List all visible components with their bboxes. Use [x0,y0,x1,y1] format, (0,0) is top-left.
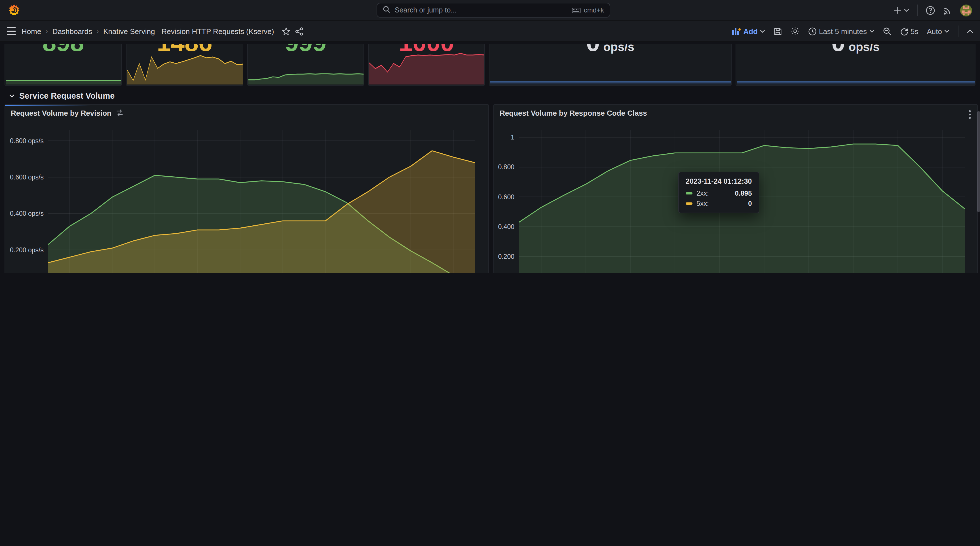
y-tick-label: 0.200 [498,253,514,260]
stat-panel[interactable]: 898 [5,44,122,86]
stat-sparkline [248,70,364,84]
time-range-picker[interactable]: Last 5 minutes [808,27,874,35]
collapse-header-button[interactable] [967,29,973,33]
chart-svg: 0 ops/s0.200 ops/s0.400 ops/s0.600 ops/s… [5,121,479,273]
save-dashboard-button[interactable] [773,27,782,35]
tooltip-row: 5xx: 0 [686,200,752,208]
y-tick-label: 0.200 ops/s [10,246,44,254]
chevron-down-icon [760,30,765,33]
page-scrollbar-thumb[interactable] [977,111,980,212]
search-placeholder: Search or jump to... [395,6,567,14]
y-tick-label: 0.800 ops/s [10,137,44,144]
y-tick-label: 0.400 [498,223,514,230]
chevron-down-icon [904,8,909,12]
favorite-star-button[interactable] [282,27,290,35]
breadcrumb-separator: › [46,28,48,35]
zoom-out-button[interactable] [883,27,891,35]
series-color-dash [686,202,692,205]
series-color-dash [686,192,692,194]
stat-panel[interactable]: 0 ops/s [735,44,975,86]
stat-value: 898 [5,44,121,55]
hamburger-icon [7,27,16,35]
topbar-actions [894,4,972,16]
y-tick-label: 0.600 [498,193,514,201]
stat-panels-row: 898148699910000 ops/s0 ops/s [5,44,975,86]
panel-loading-bar [5,105,90,106]
save-icon [773,27,782,35]
shortcut-hint: cmd+k [572,6,604,14]
chevron-down-icon [869,30,874,33]
request-volume-row: Request Volume by Revision 0 ops/s0.200 … [5,104,975,273]
stat-panel[interactable]: 1000 [368,44,485,86]
refresh-button[interactable]: 5s [900,27,918,35]
add-panel-icon [732,27,741,35]
breadcrumb-separator: › [97,28,99,35]
chevron-up-icon [967,29,973,33]
y-tick-label: 0.400 ops/s [10,210,44,217]
stat-value: 999 [248,44,364,55]
stat-unit: ops/s [600,44,634,53]
divider [917,5,918,16]
chevron-down-icon [944,30,950,33]
y-tick-label: 1 [511,133,514,141]
y-tick-label: 0.600 ops/s [10,173,44,181]
zoom-out-icon [883,27,891,35]
kebab-menu-icon [969,110,971,119]
keyboard-icon [572,7,581,13]
dashboard-settings-button[interactable] [791,27,800,36]
transformations-icon [116,109,124,117]
panel-title[interactable]: Request Volume by Revision [11,109,111,117]
stat-sparkline [6,76,122,84]
panel-request-volume-by-revision: Request Volume by Revision 0 ops/s0.200 … [5,104,489,273]
clock-icon [808,27,817,35]
request-volume-by-revision-chart[interactable]: 0 ops/s0.200 ops/s0.400 ops/s0.600 ops/s… [5,121,488,273]
stat-panel[interactable]: 999 [247,44,364,86]
news-rss-button[interactable] [943,6,952,15]
dashboard-toolbar: Add Last 5 minutes [732,25,973,37]
breadcrumb-home[interactable]: Home [22,27,41,35]
divider [958,25,958,37]
panel-menu-button[interactable] [965,107,975,122]
add-panel-button[interactable]: Add [732,27,765,35]
tooltip-row: 2xx: 0.895 [686,189,752,197]
chart-tooltip: 2023-11-24 01:12:30 2xx: 0.895 5xx: 0 [678,172,759,213]
refresh-icon [900,27,908,35]
stat-panel[interactable]: 0 ops/s [489,44,732,86]
gear-icon [791,27,800,36]
stat-value: 0 ops/s [490,44,731,55]
stat-sparkline [490,79,732,84]
search-input[interactable]: Search or jump to... cmd+k [377,3,610,17]
stat-sparkline [737,79,975,84]
stat-panel[interactable]: 1486 [126,44,243,86]
search-icon [383,5,390,15]
refresh-interval-picker[interactable]: Auto [927,27,950,35]
section-service-request-volume[interactable]: Service Request Volume [9,91,980,100]
help-button[interactable] [926,5,935,15]
tooltip-timestamp: 2023-11-24 01:12:30 [686,178,752,186]
user-avatar[interactable] [960,4,972,16]
panel-title[interactable]: Request Volume by Response Code Class [500,109,647,117]
grafana-app: Search or jump to... cmd+k [0,0,980,273]
chevron-down-icon [9,94,15,98]
stat-value: 1486 [126,44,243,55]
share-button[interactable] [295,27,304,35]
new-menu-button[interactable] [894,6,909,14]
grafana-logo-icon[interactable] [8,4,21,16]
top-nav-bar: Search or jump to... cmd+k [0,0,980,21]
breadcrumb: Home › Dashboards › Knative Serving - Re… [22,27,304,35]
dashboard-header: Home › Dashboards › Knative Serving - Re… [0,21,980,42]
y-tick-label: 0.800 [498,163,514,171]
breadcrumb-dashboards[interactable]: Dashboards [52,27,92,35]
stat-value: 0 ops/s [736,44,975,55]
stat-sparkline [127,55,243,84]
panel-request-volume-by-response-code: Request Volume by Response Code Class 00… [493,104,978,273]
stat-unit: ops/s [845,44,880,53]
mega-menu-button[interactable] [7,27,16,35]
stat-sparkline [369,49,485,84]
breadcrumb-dashboard-title: Knative Serving - Revision HTTP Requests… [103,27,274,35]
